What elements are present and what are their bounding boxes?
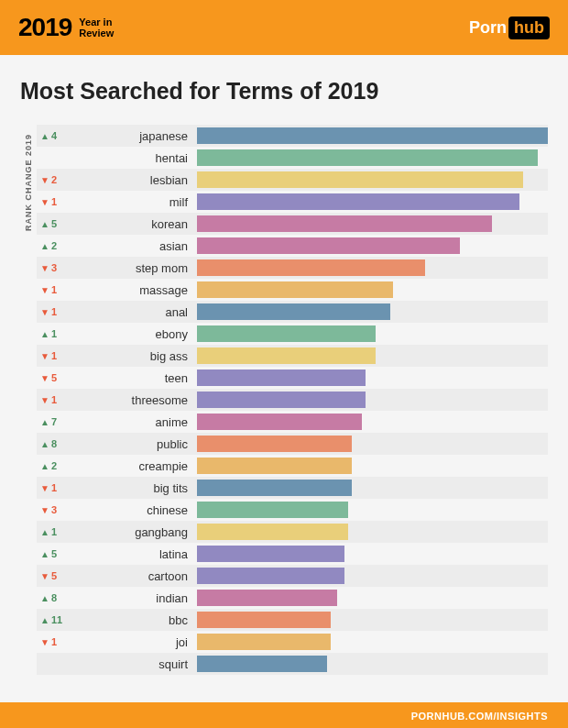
chart-row: ▼5teen (37, 367, 548, 389)
header-left: 2019 Year in Review (18, 13, 114, 42)
bar (197, 568, 344, 584)
rank-change-value: 5 (51, 548, 57, 559)
bar-track (197, 458, 548, 474)
arrow-down-icon: ▼ (40, 307, 49, 317)
term-label: cartoon (73, 569, 197, 583)
bar-track (197, 590, 548, 606)
bar-track (197, 171, 548, 188)
bar-track (197, 524, 548, 540)
bar (197, 171, 523, 188)
chart-row: ▼5cartoon (37, 565, 548, 587)
chart-row: ▼3chinese (37, 499, 548, 521)
footer-bar: PORNHUB.COM/INSIGHTS (0, 702, 568, 728)
term-label: gangbang (73, 525, 197, 539)
rank-change: ▼1 (37, 196, 73, 207)
bar-track (197, 303, 548, 320)
term-label: teen (73, 371, 197, 385)
rank-change-value: 1 (51, 394, 57, 405)
bar-track (197, 259, 548, 276)
rank-change: ▲7 (37, 416, 73, 427)
rank-change: ▼1 (37, 394, 73, 405)
term-label: japanese (73, 129, 197, 143)
bar (197, 215, 492, 232)
bar-track (197, 656, 548, 672)
chart-row: ▼1anal (37, 301, 548, 323)
term-label: threesome (73, 393, 197, 407)
arrow-up-icon: ▲ (40, 417, 49, 427)
bar (197, 149, 538, 166)
term-label: hentai (73, 151, 197, 165)
chart-row: ▲5korean (37, 213, 548, 235)
rank-change-value: 1 (51, 196, 57, 207)
rank-change-value: 3 (51, 504, 57, 515)
arrow-down-icon: ▼ (40, 483, 49, 493)
bar (197, 546, 344, 562)
rank-change: ▲5 (37, 548, 73, 559)
rank-change: ▼2 (37, 174, 73, 185)
bar-track (197, 502, 548, 518)
content-area: Most Searched for Terms of 2019 RANK CHA… (0, 55, 568, 689)
rank-change-value: 2 (51, 174, 57, 185)
arrow-down-icon: ▼ (40, 285, 49, 295)
chart-row: ▼1massage (37, 279, 548, 301)
bar-track (197, 392, 548, 408)
rank-change-value: 1 (51, 284, 57, 295)
rank-change: ▲1 (37, 328, 73, 339)
bar (197, 392, 366, 408)
rank-change-value: 3 (51, 262, 57, 273)
bar-track (197, 546, 548, 562)
arrow-down-icon: ▼ (40, 175, 49, 185)
page: 2019 Year in Review Porn hub Most Search… (0, 0, 568, 728)
arrow-down-icon: ▼ (40, 197, 49, 207)
footer-spacer (0, 689, 568, 702)
arrow-down-icon: ▼ (40, 637, 49, 647)
term-label: indian (73, 591, 197, 605)
bar-track (197, 436, 548, 452)
term-label: korean (73, 217, 197, 231)
bar (197, 612, 331, 628)
chart-row: ▼1big ass (37, 345, 548, 367)
chart-row: ▼2lesbian (37, 169, 548, 191)
rank-change: ▲1 (37, 526, 73, 537)
term-label: anime (73, 415, 197, 429)
chart-row: ▼3step mom (37, 257, 548, 279)
footer-link-text: PORNHUB.COM/INSIGHTS (411, 711, 548, 722)
header-year-sub2: Review (79, 28, 114, 39)
chart-row: ▼1threesome (37, 389, 548, 411)
term-label: step mom (73, 261, 197, 275)
header-year-sub: Year in Review (79, 17, 114, 39)
arrow-down-icon: ▼ (40, 505, 49, 515)
term-label: bbc (73, 613, 197, 627)
bar-track (197, 612, 548, 628)
chart-row: ▲2asian (37, 235, 548, 257)
rank-change-value: 8 (51, 592, 57, 603)
header-year: 2019 (18, 13, 71, 42)
bar (197, 458, 352, 474)
bar-track (197, 414, 548, 430)
logo-hub-text: hub (508, 17, 550, 39)
term-label: asian (73, 239, 197, 253)
bar-track (197, 215, 548, 232)
header-bar: 2019 Year in Review Porn hub (0, 0, 568, 55)
term-label: creampie (73, 459, 197, 473)
chart-row: ▲8public (37, 433, 548, 455)
bar (197, 634, 331, 650)
bar (197, 590, 337, 606)
term-label: ebony (73, 327, 197, 341)
rank-change-value: 5 (51, 570, 57, 581)
bar (197, 436, 352, 452)
arrow-down-icon: ▼ (40, 351, 49, 361)
bar-track (197, 127, 548, 144)
arrow-down-icon: ▼ (40, 263, 49, 273)
rank-change: ▲5 (37, 218, 73, 229)
term-label: public (73, 437, 197, 451)
arrow-up-icon: ▲ (40, 329, 49, 339)
term-label: milf (73, 195, 197, 209)
rank-change-axis-label: RANK CHANGE 2019 (20, 134, 37, 231)
rank-change: ▼1 (37, 350, 73, 361)
rank-change-value: 2 (51, 240, 57, 251)
bar-track (197, 634, 548, 650)
term-label: big tits (73, 481, 197, 495)
rank-change-value: 1 (51, 526, 57, 537)
rank-change-value: 2 (51, 460, 57, 471)
